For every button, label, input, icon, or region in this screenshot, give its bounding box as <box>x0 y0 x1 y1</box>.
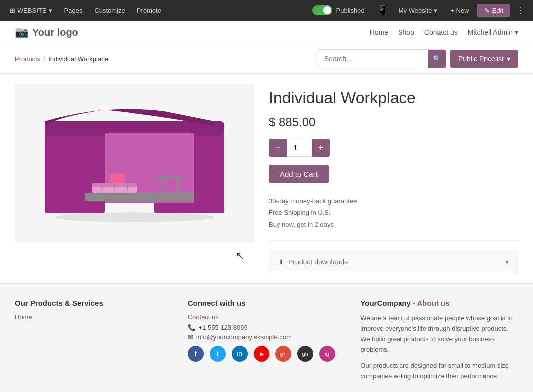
shipping-text: Free Shipping in U.S. <box>269 207 518 218</box>
pricelist-button[interactable]: Public Pricelist ▾ <box>450 50 518 68</box>
search-controls: 🔍 Public Pricelist ▾ <box>318 49 518 68</box>
search-input[interactable] <box>318 50 428 68</box>
promote-menu[interactable]: Promote <box>132 4 166 17</box>
svg-rect-14 <box>110 173 125 183</box>
quantity-increase-button[interactable]: + <box>312 139 330 157</box>
breadcrumb-search-row: Products / Individual Workplace 🔍 Public… <box>0 44 533 74</box>
website-menu[interactable]: ⊞ WEBSITE ▾ <box>5 4 57 17</box>
downloads-expand-icon: ▾ <box>505 258 509 266</box>
footer: Our Products & Services Home Connect wit… <box>0 283 533 392</box>
published-label: Published <box>336 7 365 14</box>
published-toggle[interactable] <box>312 5 332 15</box>
nav-home[interactable]: Home <box>370 28 388 36</box>
user-menu[interactable]: Mitchell Admin ▾ <box>468 28 518 36</box>
search-button[interactable]: 🔍 <box>428 50 446 68</box>
top-bar: ⊞ WEBSITE ▾ Pages Customize Promote Publ… <box>0 0 533 21</box>
quantity-input[interactable] <box>287 139 312 157</box>
quantity-decrease-button[interactable]: − <box>269 139 287 157</box>
downloads-header-left: ⬇ Product downloads <box>278 258 348 266</box>
delivery-text: Buy now, get in 2 days <box>269 219 518 230</box>
footer-company-title: YourCompany - About us <box>360 299 518 307</box>
logo-text: Your logo <box>32 27 78 38</box>
footer-email: ✉ info@yourcompany.example.com <box>188 333 346 341</box>
camera-icon: 📷 <box>15 26 28 39</box>
dropdown-chevron-icon: ▾ <box>49 7 52 14</box>
google-plus-icon[interactable]: g+ <box>275 346 291 362</box>
svg-rect-6 <box>154 176 184 178</box>
svg-rect-7 <box>162 178 164 196</box>
site-header: 📷 Your logo Home Shop Contact us Mitchel… <box>0 21 533 44</box>
download-icon: ⬇ <box>278 258 284 266</box>
footer-home-link[interactable]: Home <box>15 313 173 321</box>
product-details: Individual Workplace $ 885.00 − + Add to… <box>269 84 518 273</box>
guarantee-text: 30-day money-back guarantee <box>269 195 518 207</box>
edit-button[interactable]: ✎ Edit <box>477 4 510 17</box>
pencil-icon: ✎ <box>484 7 490 14</box>
footer-connect-title: Connect with us <box>188 299 346 307</box>
downloads-label: Product downloads <box>288 258 348 266</box>
product-image-area: ↖ <box>15 84 254 268</box>
social-icons-row: f t in ▶ g+ gh ig <box>188 346 346 362</box>
instagram-icon[interactable]: ig <box>319 346 335 362</box>
main-content: ↖ Individual Workplace $ 885.00 − + Add … <box>0 74 533 283</box>
footer-description-1: We are a team of passionate people whose… <box>360 313 518 355</box>
footer-col-company: YourCompany - About us We are a team of … <box>360 299 518 382</box>
grid-icon: ⊞ <box>10 7 15 14</box>
breadcrumb-products[interactable]: Products <box>15 55 40 63</box>
product-downloads-section: ⬇ Product downloads ▾ <box>269 251 518 273</box>
customize-menu[interactable]: Customize <box>89 4 130 17</box>
footer-products-title: Our Products & Services <box>15 299 173 307</box>
new-button[interactable]: + New <box>444 4 475 17</box>
email-icon: ✉ <box>188 333 193 341</box>
more-options-button[interactable]: ⋮ <box>512 3 528 18</box>
youtube-icon[interactable]: ▶ <box>254 346 269 362</box>
phone-icon: 📞 <box>188 324 196 331</box>
product-downloads-toggle[interactable]: ⬇ Product downloads ▾ <box>269 251 518 273</box>
pricelist-chevron-icon: ▾ <box>507 55 510 63</box>
footer-description-2: Our products are designed for small to m… <box>360 361 518 382</box>
mobile-preview-icon[interactable]: 📱 <box>373 5 392 16</box>
svg-point-15 <box>55 212 214 222</box>
my-website-menu[interactable]: My Website ▾ <box>394 4 443 17</box>
user-name: Mitchell Admin <box>468 28 513 36</box>
product-price: $ 885.00 <box>269 115 518 129</box>
footer-col-connect: Connect with us Contact us 📞 +1 555 123 … <box>188 299 346 382</box>
pricelist-label: Public Pricelist <box>458 55 504 63</box>
chevron-down-icon: ▾ <box>434 7 437 14</box>
facebook-icon[interactable]: f <box>188 346 204 362</box>
published-toggle-area: Published <box>306 5 371 15</box>
nav-shop[interactable]: Shop <box>398 28 414 36</box>
svg-rect-8 <box>177 178 179 196</box>
product-meta: 30-day money-back guarantee Free Shippin… <box>269 195 518 241</box>
user-chevron-icon: ▾ <box>515 28 518 36</box>
site-nav: Home Shop Contact us Mitchell Admin ▾ <box>370 28 518 36</box>
twitter-icon[interactable]: t <box>210 346 226 362</box>
breadcrumb-current: Individual Workplace <box>48 55 108 63</box>
cursor-icon: ↖ <box>235 249 244 262</box>
breadcrumb-separator: / <box>43 55 45 63</box>
product-title: Individual Workplace <box>269 89 518 107</box>
footer-contact-link[interactable]: Contact us <box>188 313 346 321</box>
product-image <box>15 84 254 243</box>
pages-menu[interactable]: Pages <box>59 4 88 17</box>
footer-phone: 📞 +1 555 123 8069 <box>188 324 346 331</box>
breadcrumb: Products / Individual Workplace <box>15 55 313 63</box>
linkedin-icon[interactable]: in <box>232 346 248 362</box>
github-icon[interactable]: gh <box>297 346 313 362</box>
logo[interactable]: 📷 Your logo <box>15 26 78 39</box>
product-illustration <box>15 84 254 243</box>
footer-col-products: Our Products & Services Home <box>15 299 173 382</box>
footer-about-link[interactable]: About us <box>417 299 450 307</box>
nav-contact-us[interactable]: Contact us <box>424 28 458 36</box>
quantity-row: − + <box>269 139 518 157</box>
add-to-cart-button[interactable]: Add to Cart <box>269 165 329 183</box>
